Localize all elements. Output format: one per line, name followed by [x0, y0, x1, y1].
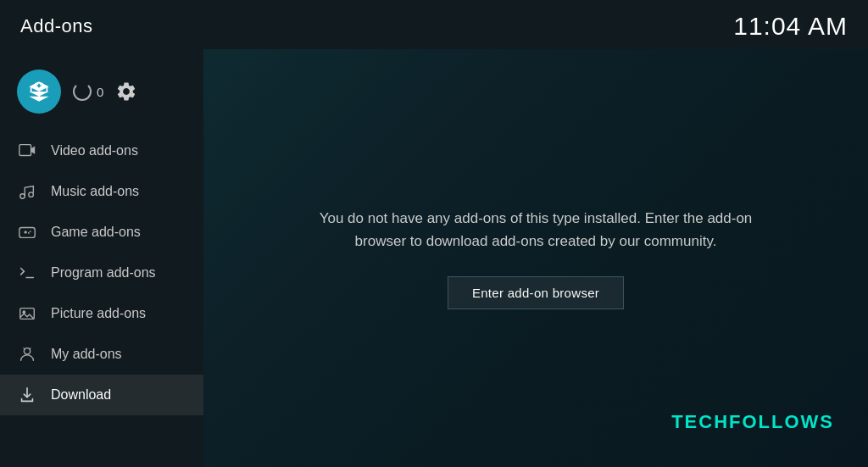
clock: 11:04 AM: [733, 12, 848, 41]
music-icon: [17, 181, 37, 202]
gear-icon: [115, 81, 137, 103]
program-addons-label: Program add-ons: [51, 265, 156, 281]
myaddon-icon: [17, 344, 37, 364]
main-content: You do not have any add-ons of this type…: [281, 190, 790, 326]
svg-point-6: [28, 232, 30, 234]
watermark: TECHFOLLOWS: [671, 411, 834, 433]
sidebar-item-program[interactable]: Program add-ons: [0, 253, 203, 293]
package-icon: [27, 80, 51, 103]
sidebar-item-myaddon[interactable]: My add-ons: [0, 334, 203, 375]
empty-state-message: You do not have any add-ons of this type…: [298, 207, 773, 253]
game-icon: [17, 222, 37, 242]
sidebar-item-music[interactable]: Music add-ons: [0, 171, 203, 212]
svg-point-5: [30, 231, 31, 232]
enter-addon-browser-button[interactable]: Enter add-on browser: [448, 276, 624, 309]
sidebar-item-video[interactable]: Video add-ons: [0, 131, 203, 171]
settings-icon[interactable]: [115, 81, 137, 103]
refresh-icon: [73, 82, 92, 101]
sidebar-nav: Video add-ons Music add-ons: [0, 131, 203, 453]
sidebar-item-game[interactable]: Game add-ons: [0, 212, 203, 253]
game-addons-label: Game add-ons: [51, 225, 141, 240]
update-count: 0: [97, 85, 103, 99]
sidebar-item-download[interactable]: Download: [0, 375, 203, 415]
music-addons-label: Music add-ons: [51, 184, 139, 199]
sidebar: 0 Video add-ons: [0, 49, 203, 467]
sidebar-item-picture[interactable]: Picture add-ons: [0, 293, 203, 334]
download-label: Download: [51, 387, 111, 403]
svg-point-2: [20, 194, 25, 199]
sidebar-top: 0: [0, 63, 203, 131]
body: 0 Video add-ons: [0, 49, 868, 467]
svg-point-9: [24, 348, 30, 354]
page-title: Add-ons: [20, 15, 92, 37]
video-icon: [17, 141, 37, 161]
download-icon: [17, 385, 37, 405]
myaddon-label: My add-ons: [51, 347, 122, 362]
svg-rect-1: [19, 145, 31, 156]
main-content-area: You do not have any add-ons of this type…: [203, 49, 868, 467]
program-icon: [17, 263, 37, 283]
header: Add-ons 11:04 AM: [0, 0, 868, 49]
video-addons-label: Video add-ons: [51, 143, 138, 158]
addon-package-icon[interactable]: [17, 69, 61, 114]
picture-icon: [17, 303, 37, 324]
svg-point-3: [29, 192, 34, 197]
refresh-area[interactable]: 0: [73, 82, 103, 101]
picture-addons-label: Picture add-ons: [51, 306, 146, 321]
